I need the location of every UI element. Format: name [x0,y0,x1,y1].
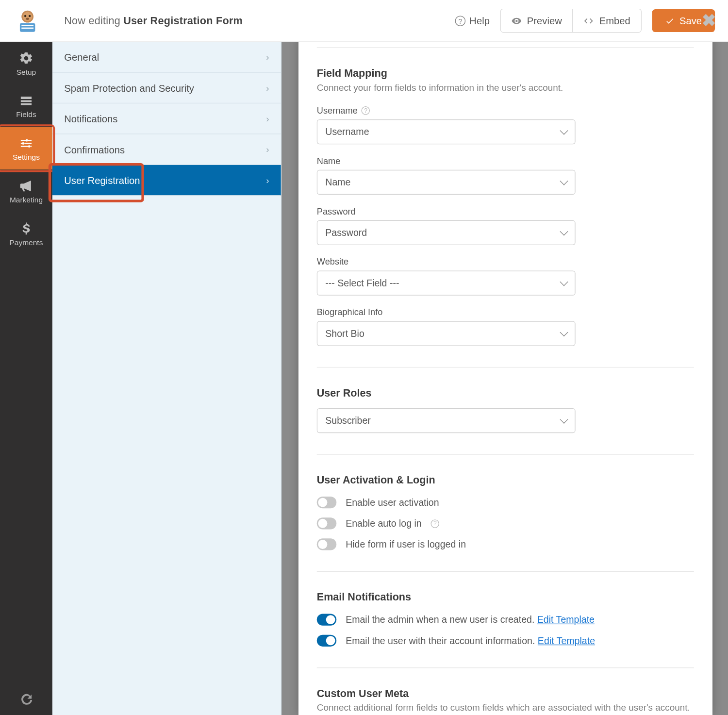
field-mapping-desc: Connect your form fields to information … [317,82,694,93]
toggle-email-admin[interactable] [317,614,336,625]
toggle-auto-login[interactable] [317,517,336,529]
help-link[interactable]: ? Help [455,15,490,26]
chevron-right-icon: › [266,175,269,185]
page-title: Now editing User Registration Form [64,15,243,26]
select-username[interactable]: Username [317,119,576,144]
bullhorn-icon [19,179,33,193]
svg-point-4 [26,17,29,19]
select-website[interactable]: --- Select Field --- [317,270,576,295]
label-password: Password [317,206,356,216]
toggle-email-user[interactable] [317,634,336,646]
label-bio: Biographical Info [317,307,383,317]
edit-template-link-admin[interactable]: Edit Template [537,614,595,625]
label-username: Username [317,105,358,115]
rail-collapse-button[interactable] [0,683,52,715]
label-website: Website [317,257,348,266]
toggle-label: Enable user activation [346,497,439,508]
content-panel: Field Mapping Connect your form fields t… [298,42,712,715]
subside-item-user-registration[interactable]: User Registration › [52,165,281,196]
svg-point-3 [29,15,31,17]
close-icon[interactable]: ✖ [702,11,716,31]
user-roles-title: User Roles [317,387,694,399]
svg-rect-7 [21,27,33,29]
eye-icon [511,16,522,26]
app-header: Now editing User Registration Form ? Hel… [0,0,728,42]
toggle-enable-activation[interactable] [317,497,336,508]
select-user-role[interactable]: Subscriber [317,408,576,432]
field-mapping-title: Field Mapping [317,67,694,79]
email-user-text: Email the user with their account inform… [346,635,535,646]
subside-item-general[interactable]: General › [52,42,281,72]
activation-title: User Activation & Login [317,474,694,486]
rail-item-setup[interactable]: Setup [0,42,52,84]
custom-meta-desc: Connect additional form fields to custom… [317,702,694,713]
select-bio[interactable]: Short Bio [317,321,576,346]
chevron-right-icon: › [266,113,269,124]
email-admin-text: Email the admin when a new user is creat… [346,614,534,625]
help-icon: ? [455,16,466,26]
fields-icon [19,93,33,108]
toggle-label: Hide form if user is logged in [346,539,466,549]
rail-item-payments[interactable]: Payments [0,212,52,255]
toggle-hide-form[interactable] [317,538,336,550]
svg-rect-6 [21,24,33,26]
svg-point-8 [26,139,28,141]
subside-item-spam[interactable]: Spam Protection and Security › [52,73,281,103]
preview-button[interactable]: Preview [501,9,573,32]
subside-item-confirmations[interactable]: Confirmations › [52,134,281,165]
chevron-right-icon: › [266,144,269,155]
chevron-right-icon: › [266,83,269,93]
help-icon[interactable]: ? [362,106,370,115]
chevron-right-icon: › [266,52,269,63]
left-rail: Setup Fields Settings Marketing Payments [0,42,52,715]
rail-item-fields[interactable]: Fields [0,84,52,127]
rail-item-settings[interactable]: Settings [0,127,52,170]
rail-item-marketing[interactable]: Marketing [0,169,52,212]
content-wrap: Field Mapping Connect your form fields t… [281,42,728,715]
settings-subsidebar: General › Spam Protection and Security ›… [52,42,281,715]
code-icon [583,16,594,26]
app-logo [13,6,42,35]
dollar-icon [19,221,33,235]
svg-point-9 [22,142,24,144]
embed-button[interactable]: Embed [572,9,641,32]
history-icon [19,692,33,707]
form-name: User Registration Form [123,15,243,26]
edit-template-link-user[interactable]: Edit Template [538,635,595,646]
header-button-group: Preview Embed [500,9,642,33]
editing-prefix: Now editing [64,15,123,26]
svg-point-10 [28,145,31,147]
subside-item-notifications[interactable]: Notifications › [52,103,281,134]
select-name[interactable]: Name [317,169,576,194]
select-password[interactable]: Password [317,220,576,245]
check-icon [665,16,674,25]
gear-icon [19,51,33,66]
svg-point-2 [24,15,26,17]
sliders-icon [19,136,33,150]
email-notifications-title: Email Notifications [317,591,694,603]
help-icon[interactable]: ? [431,519,440,528]
custom-meta-title: Custom User Meta [317,687,694,699]
toggle-label: Enable auto log in [346,518,422,529]
label-name: Name [317,156,341,166]
